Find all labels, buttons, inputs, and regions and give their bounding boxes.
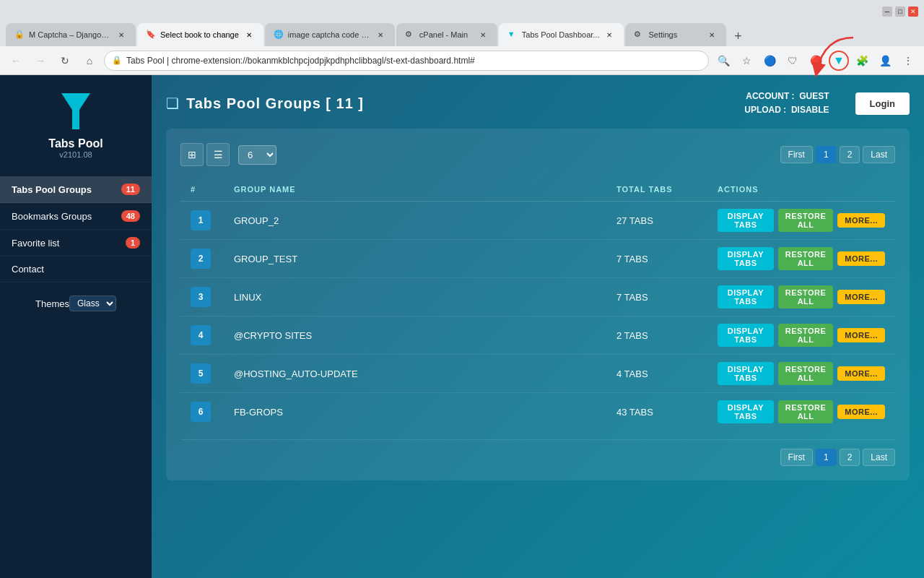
cell-num-3: 3 (180, 278, 224, 316)
window-controls[interactable]: ─ □ ✕ (882, 7, 918, 17)
back-button[interactable]: ← (6, 51, 26, 71)
more-btn-2[interactable]: MORE... (837, 251, 885, 266)
cell-tabs-4: 2 TABS (606, 316, 707, 355)
home-button[interactable]: ⌂ (79, 51, 100, 71)
sidebar-item-bookmarks-groups[interactable]: Bookmarks Groups 48 (0, 203, 152, 230)
first-page-button[interactable]: First (780, 146, 813, 163)
sidebar-label-favorite-list: Favorite list (12, 238, 59, 249)
restore-all-btn-4[interactable]: RESTORE ALL (778, 324, 833, 347)
sidebar-item-contact[interactable]: Contact (0, 256, 152, 282)
minimize-button[interactable]: ─ (882, 7, 892, 17)
cell-actions-2: DISPLAY TABS RESTORE ALL MORE... (707, 240, 895, 278)
table-row: 4 @CRYPTO SITES 2 TABS DISPLAY TABS REST… (180, 316, 895, 355)
per-page-select[interactable]: 6 12 24 All (238, 145, 276, 165)
ext-icon-4[interactable]: 🧩 (852, 51, 872, 71)
title-bar: ─ □ ✕ (0, 0, 924, 23)
pagination-bottom: First 1 2 Last (780, 449, 895, 466)
login-button[interactable]: Login (855, 92, 910, 115)
col-num: # (180, 178, 224, 202)
toolbar-row-bottom: First 1 2 Last (180, 449, 895, 466)
actions-cell-2: DISPLAY TABS RESTORE ALL MORE... (718, 247, 885, 270)
restore-all-btn-1[interactable]: RESTORE ALL (778, 209, 833, 232)
col-actions: ACTIONS (707, 178, 895, 202)
cell-actions-6: DISPLAY TABS RESTORE ALL MORE... (707, 393, 895, 431)
restore-all-btn-3[interactable]: RESTORE ALL (778, 285, 833, 309)
cell-name-3: LINUX (224, 278, 606, 316)
ext-icon-2[interactable]: 🛡 (783, 51, 803, 71)
more-btn-1[interactable]: MORE... (837, 213, 885, 228)
new-tab-button[interactable]: + (728, 26, 748, 46)
sidebar-label-bookmarks-groups: Bookmarks Groups (12, 211, 92, 222)
display-tabs-btn-3[interactable]: DISPLAY TABS (718, 285, 774, 309)
tab-close-1[interactable]: ✕ (116, 29, 127, 40)
last-page-button-bottom[interactable]: Last (863, 449, 895, 466)
reload-button[interactable]: ↻ (55, 51, 75, 71)
tab-title-1: M Captcha – Django R... (29, 30, 111, 39)
browser-tab-6[interactable]: ⚙ Settings ✕ (625, 23, 726, 46)
browser-tab-1[interactable]: 🔒 M Captcha – Django R... ✕ (6, 23, 136, 46)
tab-title-6: Settings (648, 30, 677, 39)
more-btn-5[interactable]: MORE... (837, 366, 885, 381)
tab-close-4[interactable]: ✕ (477, 29, 489, 40)
cell-name-5: @HOSTING_AUTO-UPDATE (224, 355, 606, 393)
tab-title-5: Tabs Pool Dashboar... (522, 30, 600, 39)
sidebar-badge-bookmarks-groups: 48 (121, 210, 140, 222)
pagination-top: First 1 2 Last (780, 146, 895, 163)
groups-table: # GROUP NAME TOTAL TABS ACTIONS 1 GROUP_… (180, 178, 895, 431)
browser-tab-4[interactable]: ⚙ cPanel - Main ✕ (396, 23, 497, 46)
sidebar-item-tabs-pool-groups[interactable]: Tabs Pool Groups 11 (0, 176, 152, 203)
page-2-button-bottom[interactable]: 2 (840, 449, 860, 466)
forward-button[interactable]: → (30, 51, 51, 71)
tabs-pool-ext-icon[interactable]: ▼ (829, 51, 849, 71)
more-btn-3[interactable]: MORE... (837, 290, 885, 304)
account-value: GUEST (799, 91, 829, 101)
page-2-button[interactable]: 2 (840, 146, 860, 163)
display-tabs-btn-5[interactable]: DISPLAY TABS (718, 362, 774, 385)
row-number-1: 1 (191, 210, 211, 230)
restore-all-btn-2[interactable]: RESTORE ALL (778, 247, 833, 270)
tab-close-3[interactable]: ✕ (375, 29, 386, 40)
url-text: Tabs Pool | chrome-extension://bokanmkbl… (126, 56, 701, 66)
bookmark-star-icon[interactable]: ☆ (736, 51, 757, 71)
tab-close-5[interactable]: ✕ (603, 29, 615, 40)
app-container: Tabs Pool v2101.08 Tabs Pool Groups 11 B… (0, 75, 924, 578)
row-number-4: 4 (191, 325, 211, 345)
sidebar-themes: Themes Glass Dark Light (24, 288, 128, 319)
more-btn-6[interactable]: MORE... (837, 405, 885, 419)
browser-tab-2[interactable]: 🔖 Select book to change ✕ (137, 23, 263, 46)
browser-tab-3[interactable]: 🌐 image captcha code in... ✕ (265, 23, 395, 46)
more-menu-icon[interactable]: ⋮ (898, 51, 918, 71)
maximize-button[interactable]: □ (895, 7, 905, 17)
tab-close-6[interactable]: ✕ (706, 29, 718, 40)
ext-icon-3[interactable]: 🔴 (806, 51, 826, 71)
search-icon[interactable]: 🔍 (713, 51, 733, 71)
page-title-area: ❏ Tabs Pool Groups [ 11 ] (166, 95, 364, 112)
sidebar-badge-tabs-pool-groups: 11 (121, 184, 140, 195)
url-bar[interactable]: 🔒 Tabs Pool | chrome-extension://bokanmk… (104, 51, 709, 71)
tab-close-2[interactable]: ✕ (243, 29, 255, 40)
display-tabs-btn-6[interactable]: DISPLAY TABS (718, 400, 774, 423)
page-1-button[interactable]: 1 (816, 146, 837, 163)
cell-num-6: 6 (180, 393, 224, 431)
page-1-button-bottom[interactable]: 1 (816, 449, 837, 466)
display-tabs-btn-1[interactable]: DISPLAY TABS (718, 209, 774, 232)
restore-all-btn-6[interactable]: RESTORE ALL (778, 400, 833, 423)
funnel-icon (58, 90, 94, 133)
browser-tab-5[interactable]: ▼ Tabs Pool Dashboar... ✕ (499, 23, 624, 46)
last-page-button[interactable]: Last (863, 146, 895, 163)
layers-icon: ❏ (166, 95, 179, 112)
restore-all-btn-5[interactable]: RESTORE ALL (778, 362, 833, 385)
display-tabs-btn-2[interactable]: DISPLAY TABS (718, 247, 774, 270)
grid-view-button[interactable]: ⊞ (180, 143, 204, 166)
themes-select[interactable]: Glass Dark Light (69, 296, 116, 311)
first-page-button-bottom[interactable]: First (780, 449, 813, 466)
ext-icon-5[interactable]: 👤 (875, 51, 895, 71)
more-btn-4[interactable]: MORE... (837, 328, 885, 342)
display-tabs-btn-4[interactable]: DISPLAY TABS (718, 324, 774, 347)
list-view-button[interactable]: ☰ (206, 143, 230, 166)
ext-icon-1[interactable]: 🔵 (759, 51, 780, 71)
sidebar-item-favorite-list[interactable]: Favorite list 1 (0, 230, 152, 256)
table-row: 2 GROUP_TEST 7 TABS DISPLAY TABS RESTORE… (180, 240, 895, 278)
close-button[interactable]: ✕ (908, 7, 918, 17)
svg-marker-1 (61, 93, 90, 129)
